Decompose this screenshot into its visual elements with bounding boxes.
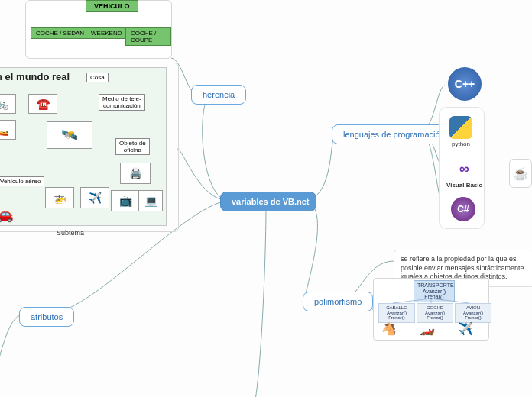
branch-polimorfismo-label: polimorfismo <box>314 297 362 306</box>
lang-java[interactable]: ☕ <box>509 159 532 188</box>
car-icon: 🏎️ <box>420 321 435 336</box>
coche-sedan-box: COCHE / SEDAN <box>31 27 89 39</box>
poly-coche: COCHE Avanzar() Frenar() <box>417 303 453 323</box>
mindmap-canvas[interactable]: variables de VB.net herencia VEHICULO CO… <box>0 0 532 397</box>
weekend-box: WEEKEND <box>86 27 127 39</box>
poly-caballo: CABALLO Avanzar() Frenar() <box>378 303 415 323</box>
branch-herencia-label: herencia <box>203 90 235 99</box>
polimorfismo-diagram: TRANSPORTE Avanzar() Frenar() CABALLO Av… <box>373 278 489 341</box>
lang-cpp[interactable]: C++ <box>448 67 482 101</box>
lang-python[interactable]: python <box>449 116 472 147</box>
csharp-icon: C# <box>451 197 475 221</box>
branch-herencia[interactable]: herencia <box>191 85 246 105</box>
poly-top: TRANSPORTE Avanzar() Frenar() <box>414 280 455 302</box>
cpp-icon: C++ <box>448 67 482 101</box>
mundo-real-frame <box>0 63 179 232</box>
coche-coupe-box: COCHE / COUPE <box>125 27 171 46</box>
branch-atributos[interactable]: atributos <box>19 307 74 327</box>
plane-icon: ✈️ <box>458 321 473 336</box>
visualbasic-label: Visual Basic <box>446 182 482 189</box>
python-icon <box>449 116 472 139</box>
root-node[interactable]: variables de VB.net <box>220 192 316 211</box>
branch-atributos-label: atributos <box>31 312 63 321</box>
vehiculo-box: VEHICULO <box>86 0 138 12</box>
branch-polimorfismo[interactable]: polimorfismo <box>303 292 373 311</box>
branch-lenguajes-label: lenguajes de programación <box>343 130 445 139</box>
subtema-caption: Subtema <box>57 229 84 237</box>
horse-icon: 🐴 <box>381 321 397 336</box>
branch-lenguajes[interactable]: lenguajes de programación <box>332 124 456 144</box>
lang-visualbasic[interactable]: ∞ Visual Basic <box>446 157 482 189</box>
visualbasic-icon: ∞ <box>449 157 480 180</box>
lang-csharp[interactable]: C# <box>451 197 475 221</box>
poly-avion: AVIÓN Avanzar() Frenar() <box>455 303 491 323</box>
java-icon: ☕ <box>509 159 532 188</box>
herencia-diagram: VEHICULO COCHE / SEDAN WEEKEND COCHE / C… <box>25 0 172 59</box>
root-label: variables de VB.net <box>232 197 310 206</box>
python-label: python <box>452 140 470 147</box>
